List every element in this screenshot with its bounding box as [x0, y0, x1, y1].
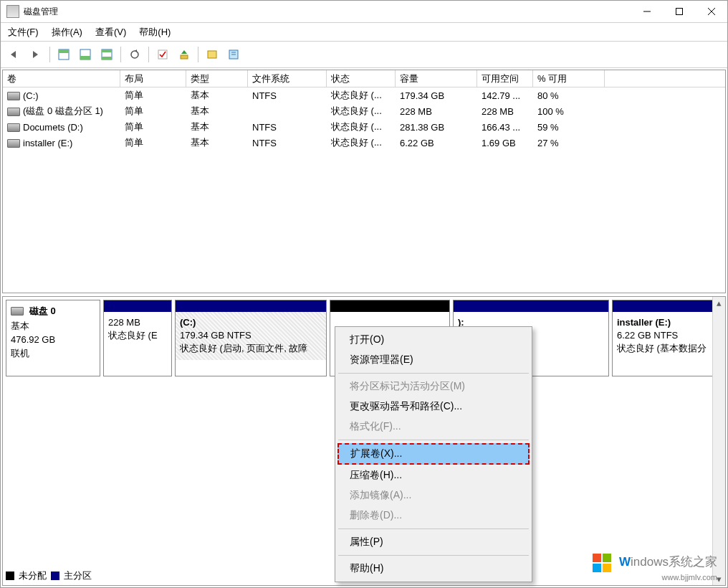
- volume-type: 基本: [186, 136, 248, 150]
- toolbar-sep-4: [198, 47, 198, 62]
- volume-fs: NTFS: [248, 121, 327, 133]
- checklist-icon[interactable]: [153, 45, 172, 64]
- disk-state: 联机: [11, 347, 95, 361]
- watermark-w: W: [619, 556, 631, 569]
- partition-line2: 状态良好 (启动, 页面文件, 故障: [180, 343, 307, 354]
- ctx-explorer[interactable]: 资源管理器(E): [337, 350, 530, 370]
- volume-pct: 100 %: [533, 105, 605, 118]
- upload-icon[interactable]: [175, 45, 193, 64]
- svg-rect-12: [158, 50, 167, 59]
- menu-bar: 文件(F) 操作(A) 查看(V) 帮助(H): [1, 23, 727, 42]
- ctx-open[interactable]: 打开(O): [337, 330, 530, 350]
- ctx-change-letter[interactable]: 更改驱动器号和路径(C)...: [337, 397, 530, 417]
- watermark-suffix: 系统之家: [669, 556, 717, 569]
- col-layout[interactable]: 布局: [120, 70, 186, 87]
- menu-view[interactable]: 查看(V): [95, 26, 126, 39]
- properties-icon[interactable]: [224, 45, 243, 64]
- volume-row[interactable]: installer (E:)简单基本NTFS状态良好 (...6.22 GB1.…: [3, 135, 725, 151]
- svg-rect-7: [80, 56, 90, 60]
- partition-bar: [176, 300, 326, 312]
- menu-file[interactable]: 文件(F): [8, 26, 39, 39]
- maximize-button[interactable]: [663, 1, 695, 22]
- ctx-format: 格式化(F)...: [337, 417, 530, 437]
- ctx-shrink-volume[interactable]: 压缩卷(H)...: [337, 465, 530, 485]
- disk-management-window: 磁盘管理 文件(F) 操作(A) 查看(V) 帮助(H) 卷: [0, 0, 728, 588]
- ctx-properties[interactable]: 属性(P): [337, 532, 530, 552]
- col-type[interactable]: 类型: [186, 70, 248, 87]
- partition[interactable]: 228 MB状态良好 (E: [103, 300, 172, 376]
- close-button[interactable]: [695, 1, 727, 22]
- svg-line-3: [708, 8, 715, 15]
- menu-action[interactable]: 操作(A): [52, 26, 82, 39]
- legend-primary-label: 主分区: [64, 569, 92, 582]
- partition-line1: 6.22 GB NTFS: [617, 330, 678, 341]
- ctx-sep-2: [338, 440, 529, 440]
- forward-button[interactable]: [27, 45, 45, 64]
- col-capacity[interactable]: 容量: [396, 70, 477, 87]
- volume-row[interactable]: (磁盘 0 磁盘分区 1)简单基本状态良好 (...228 MB228 MB10…: [3, 103, 725, 119]
- volume-name: installer (E:): [23, 138, 72, 148]
- volume-capacity: 281.38 GB: [396, 121, 477, 133]
- toolbar-sep-3: [148, 47, 149, 62]
- watermark-mid: indows: [631, 556, 669, 569]
- minimize-button[interactable]: [631, 1, 663, 22]
- drive-icon: [7, 92, 20, 100]
- volume-row[interactable]: Documets (D:)简单基本NTFS状态良好 (...281.38 GB1…: [3, 119, 725, 135]
- volume-list-header: 卷 布局 类型 文件系统 状态 容量 可用空间 % 可用: [3, 70, 725, 87]
- svg-line-2: [708, 8, 715, 15]
- tool-view-both[interactable]: [97, 45, 116, 64]
- partition[interactable]: installer (E:)6.22 GB NTFS状态良好 (基本数据分: [612, 300, 722, 376]
- back-button[interactable]: [5, 45, 24, 64]
- legend-primary-swatch: [51, 572, 59, 580]
- legend-unalloc-label: 未分配: [19, 569, 47, 582]
- partition[interactable]: (C:)179.34 GB NTFS状态良好 (启动, 页面文件, 故障: [175, 300, 327, 376]
- volume-list: 卷 布局 类型 文件系统 状态 容量 可用空间 % 可用 (C:)简单基本NTF…: [2, 70, 726, 293]
- settings-icon[interactable]: [203, 45, 221, 64]
- menu-help[interactable]: 帮助(H): [139, 26, 171, 39]
- window-controls: [631, 1, 727, 22]
- title-bar: 磁盘管理: [1, 1, 727, 23]
- scroll-up-icon[interactable]: ▴: [714, 297, 724, 309]
- col-pct[interactable]: % 可用: [533, 70, 605, 87]
- ctx-add-mirror: 添加镜像(A)...: [337, 485, 530, 506]
- disk-info[interactable]: 磁盘 0 基本 476.92 GB 联机: [6, 300, 100, 376]
- volume-free: 1.69 GB: [477, 137, 533, 149]
- col-fs[interactable]: 文件系统: [248, 70, 327, 87]
- volume-status: 状态良好 (...: [327, 136, 396, 150]
- col-free[interactable]: 可用空间: [477, 70, 533, 87]
- partition-bar: [613, 300, 722, 312]
- volume-free: 142.79 ...: [477, 90, 533, 102]
- partition-bar: [454, 300, 608, 312]
- volume-fs: NTFS: [248, 137, 327, 149]
- ctx-help[interactable]: 帮助(H): [337, 559, 530, 579]
- watermark-url: www.bjjmlv.com: [593, 572, 717, 583]
- partition-line1: 179.34 GB NTFS: [180, 330, 252, 341]
- volume-list-body: (C:)简单基本NTFS状态良好 (...179.34 GB142.79 ...…: [3, 87, 725, 151]
- volume-fs: [248, 110, 327, 112]
- col-volume[interactable]: 卷: [3, 70, 120, 87]
- svg-rect-5: [59, 49, 69, 53]
- svg-rect-10: [102, 57, 112, 60]
- vertical-scrollbar[interactable]: ▴ ▾: [712, 297, 725, 585]
- watermark: Windows系统之家 www.bjjmlv.com: [593, 554, 717, 583]
- disk-icon: [11, 307, 24, 316]
- volume-capacity: 228 MB: [396, 105, 477, 118]
- tool-view-bottom[interactable]: [76, 45, 95, 64]
- svg-rect-13: [181, 55, 188, 59]
- ctx-sep-4: [338, 555, 529, 556]
- volume-status: 状态良好 (...: [327, 120, 396, 134]
- ctx-extend-volume[interactable]: 扩展卷(X)...: [337, 443, 530, 465]
- drive-icon: [7, 108, 20, 116]
- disk-kind: 基本: [11, 320, 95, 333]
- svg-rect-14: [208, 51, 216, 58]
- volume-name: Documets (D:): [23, 122, 83, 133]
- refresh-button[interactable]: [125, 45, 144, 64]
- volume-type: 基本: [186, 120, 248, 134]
- tool-view-top[interactable]: [54, 45, 73, 64]
- partition-body: (C:)179.34 GB NTFS状态良好 (启动, 页面文件, 故障: [176, 312, 326, 360]
- volume-row[interactable]: (C:)简单基本NTFS状态良好 (...179.34 GB142.79 ...…: [3, 87, 725, 103]
- volume-status: 状态良好 (...: [327, 104, 396, 118]
- context-menu: 打开(O) 资源管理器(E) 将分区标记为活动分区(M) 更改驱动器号和路径(C…: [335, 326, 532, 582]
- col-status[interactable]: 状态: [327, 70, 396, 87]
- partition-title: (C:): [180, 317, 196, 328]
